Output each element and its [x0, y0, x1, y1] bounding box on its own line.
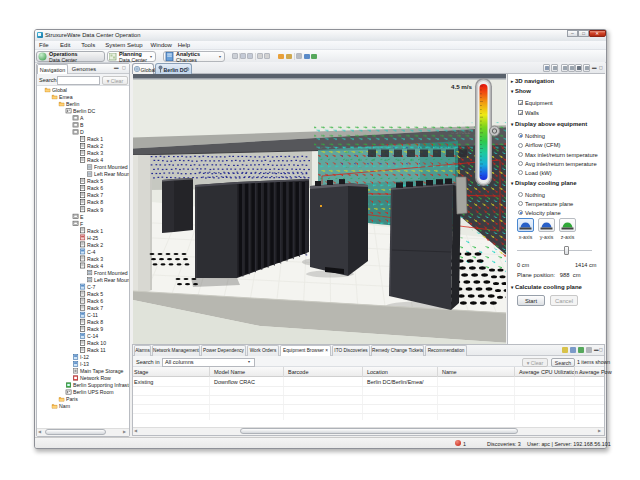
svg-text:Paris: Paris: [66, 396, 78, 402]
svg-text:B: B: [80, 122, 84, 128]
svg-text:D: D: [80, 129, 84, 135]
svg-text:Rack 10: Rack 10: [87, 340, 106, 346]
svg-text:Rack 5: Rack 5: [87, 178, 103, 184]
svg-text:Front Mounted: Front Mounted: [94, 164, 128, 170]
svg-text:Emea: Emea: [59, 94, 73, 100]
svg-text:Nam: Nam: [59, 403, 70, 409]
svg-text:Rack 1: Rack 1: [87, 136, 103, 142]
svg-text:Main Tape Storage: Main Tape Storage: [80, 368, 124, 374]
svg-text:C-11: C-11: [87, 312, 98, 318]
svg-text:Rack 4: Rack 4: [87, 263, 103, 269]
svg-text:H-25: H-25: [87, 235, 98, 241]
svg-text:Rack 11: Rack 11: [87, 347, 106, 353]
svg-text:Rack 3: Rack 3: [87, 150, 103, 156]
svg-text:Rack 7: Rack 7: [87, 192, 103, 198]
svg-text:Rack 9: Rack 9: [87, 207, 103, 213]
svg-text:I-12: I-12: [80, 354, 89, 360]
svg-text:Rack 5: Rack 5: [87, 291, 103, 297]
svg-text:Global: Global: [52, 87, 67, 93]
svg-text:F: F: [80, 221, 83, 227]
svg-text:Rack 6: Rack 6: [87, 185, 103, 191]
svg-text:E: E: [80, 214, 84, 220]
svg-text:Berlin DC: Berlin DC: [73, 108, 95, 114]
svg-text:Front Mounted: Front Mounted: [94, 270, 128, 276]
svg-text:Rack 4: Rack 4: [87, 157, 103, 163]
svg-text:C-7: C-7: [87, 284, 95, 290]
svg-text:Berlin: Berlin: [66, 101, 79, 107]
svg-text:Rack 1: Rack 1: [87, 228, 103, 234]
svg-text:Rack 2: Rack 2: [87, 242, 103, 248]
svg-text:Left Rear Moun: Left Rear Moun: [94, 277, 129, 283]
svg-text:4.5 m/s: 4.5 m/s: [451, 83, 473, 90]
svg-text:Network Row: Network Row: [80, 375, 111, 381]
svg-text:Left Rear Moun: Left Rear Moun: [94, 171, 129, 177]
svg-text:Berlin UPS Room: Berlin UPS Room: [73, 389, 114, 395]
svg-text:Rack 9: Rack 9: [87, 326, 103, 332]
svg-text:Rack 2: Rack 2: [87, 143, 103, 149]
svg-text:C-14: C-14: [87, 333, 98, 339]
svg-text:Rack 7: Rack 7: [87, 305, 103, 311]
svg-text:I-13: I-13: [80, 361, 89, 367]
svg-text:A: A: [80, 115, 84, 121]
svg-text:Rack 8: Rack 8: [87, 199, 103, 205]
svg-text:Berlin Supporting Infrastru: Berlin Supporting Infrastru: [73, 382, 129, 388]
svg-text:Rack 6: Rack 6: [87, 298, 103, 304]
svg-text:Rack 3: Rack 3: [87, 256, 103, 262]
svg-text:Rack 8: Rack 8: [87, 319, 103, 325]
svg-text:C-4: C-4: [87, 249, 95, 255]
